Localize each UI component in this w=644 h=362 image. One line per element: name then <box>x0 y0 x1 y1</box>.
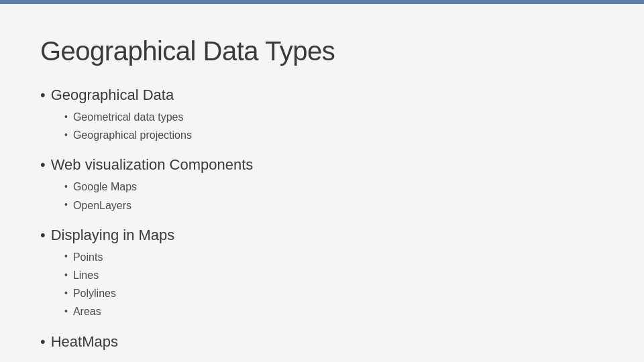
level2-item-displaying-0: Points <box>64 248 604 266</box>
level1-label-geo-data: Geographical Data <box>40 86 604 104</box>
level2-list-displaying: PointsLinesPolylinesAreas <box>40 248 604 321</box>
level2-list-geo-data: Geometrical data typesGeographical proje… <box>40 108 604 144</box>
level2-item-geo-data-0: Geometrical data types <box>64 108 604 126</box>
level1-item-displaying: Displaying in MapsPointsLinesPolylinesAr… <box>40 227 604 321</box>
level1-label-web-viz: Web visualization Components <box>40 156 604 174</box>
page-title: Geographical Data Types <box>40 36 604 66</box>
level1-item-heatmaps: HeatMaps <box>40 333 604 351</box>
level2-item-geo-data-1: Geographical projections <box>64 126 604 144</box>
level2-list-web-viz: Google MapsOpenLayers <box>40 178 604 214</box>
level1-label-heatmaps: HeatMaps <box>40 333 604 351</box>
main-content: Geographical Data Types Geographical Dat… <box>0 4 644 362</box>
level2-item-web-viz-1: OpenLayers <box>64 196 604 215</box>
level1-label-displaying: Displaying in Maps <box>40 227 604 244</box>
sections-list: Geographical DataGeometrical data typesG… <box>40 86 604 351</box>
level2-item-web-viz-0: Google Maps <box>64 178 604 196</box>
level2-item-displaying-2: Polylines <box>64 284 604 302</box>
level2-item-displaying-1: Lines <box>64 266 604 284</box>
level1-item-geo-data: Geographical DataGeometrical data typesG… <box>40 86 604 144</box>
level1-item-web-viz: Web visualization ComponentsGoogle MapsO… <box>40 156 604 214</box>
level2-item-displaying-3: Areas <box>64 302 604 320</box>
